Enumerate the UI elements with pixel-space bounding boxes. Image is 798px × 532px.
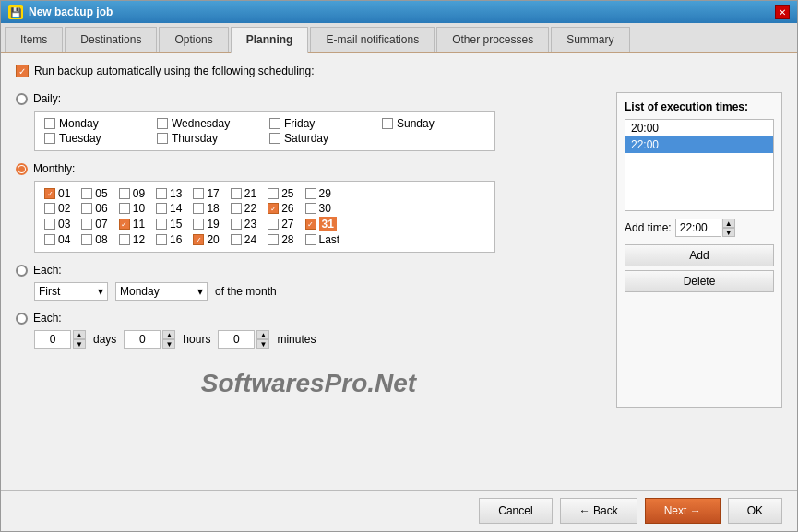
num-17: 17 <box>193 187 219 200</box>
saturday-checkbox[interactable] <box>269 133 280 144</box>
num-08-cb[interactable] <box>81 234 92 245</box>
tab-destinations[interactable]: Destinations <box>65 27 157 52</box>
close-button[interactable]: ✕ <box>775 5 790 19</box>
minutes-spin-up[interactable]: ▲ <box>256 330 269 339</box>
num-08: 08 <box>81 233 107 246</box>
tab-email[interactable]: E-mail notifications <box>310 27 435 52</box>
exec-item-2000[interactable]: 20:00 <box>625 120 773 136</box>
day-monday: Monday <box>44 117 155 130</box>
monthly-label: Monthly: <box>33 162 75 175</box>
num-04-cb[interactable] <box>44 234 55 245</box>
run-backup-checkbox[interactable]: ✓ <box>16 65 29 77</box>
num-21: 21 <box>231 187 256 200</box>
delete-button[interactable]: Delete <box>625 270 774 292</box>
each-radio-row-1: Each: <box>16 264 601 277</box>
footer: Cancel ← Back Next → OK <box>1 490 797 531</box>
day-friday: Friday <box>269 117 380 130</box>
num-22-cb[interactable] <box>231 203 242 214</box>
monday-checkbox[interactable] <box>44 118 55 129</box>
thursday-checkbox[interactable] <box>157 133 168 144</box>
minutes-spinner: 0 ▲ ▼ <box>218 330 269 349</box>
tab-other[interactable]: Other processes <box>436 27 549 52</box>
each-radio-2[interactable] <box>16 313 28 325</box>
exec-item-2200[interactable]: 22:00 <box>625 136 773 153</box>
sunday-checkbox[interactable] <box>382 118 393 129</box>
minutes-input[interactable]: 0 <box>218 330 255 349</box>
tab-planning[interactable]: Planning <box>231 27 309 53</box>
each-section-2: Each: 0 ▲ ▼ days 0 <box>16 312 601 349</box>
daily-radio-row: Daily: <box>16 92 601 105</box>
num-13-cb[interactable] <box>156 188 167 199</box>
num-05-cb[interactable] <box>81 188 92 199</box>
ok-button[interactable]: OK <box>728 498 782 524</box>
monday-select[interactable]: Monday ▾ <box>115 282 208 301</box>
num-23-cb[interactable] <box>231 219 242 230</box>
num-24-cb[interactable] <box>231 234 242 245</box>
days-spinner: 0 ▲ ▼ <box>34 330 86 349</box>
num-18-cb[interactable] <box>193 203 204 214</box>
num-23: 23 <box>231 217 256 231</box>
num-11-cb[interactable]: ✓ <box>119 219 130 230</box>
hours-spin-up[interactable]: ▲ <box>162 330 175 339</box>
each-label-1: Each: <box>33 264 62 277</box>
tab-bar: Items Destinations Options Planning E-ma… <box>1 23 797 53</box>
monthly-radio[interactable] <box>16 163 28 175</box>
hours-spin-down[interactable]: ▼ <box>162 339 175 349</box>
hours-input[interactable]: 0 <box>124 330 161 349</box>
friday-checkbox[interactable] <box>269 118 280 129</box>
num-02-cb[interactable] <box>44 203 55 214</box>
days-spin-up[interactable]: ▲ <box>73 330 86 339</box>
tab-summary[interactable]: Summary <box>551 27 629 52</box>
num-21-cb[interactable] <box>231 188 242 199</box>
wednesday-checkbox[interactable] <box>157 118 168 129</box>
time-spin-up[interactable]: ▲ <box>722 219 735 228</box>
each-row-2: 0 ▲ ▼ days 0 ▲ ▼ <box>34 330 601 349</box>
num-16-cb[interactable] <box>156 234 167 245</box>
num-14-cb[interactable] <box>156 203 167 214</box>
num-04: 04 <box>44 233 70 246</box>
num-06-cb[interactable] <box>81 203 92 214</box>
next-button[interactable]: Next → <box>645 498 721 524</box>
num-27-cb[interactable] <box>268 219 279 230</box>
first-select[interactable]: First ▾ <box>34 282 108 301</box>
monthly-box: ✓01 05 09 13 17 21 25 29 02 06 <box>34 181 495 253</box>
num-01-cb[interactable]: ✓ <box>44 188 55 199</box>
num-30-cb[interactable] <box>305 203 316 214</box>
num-01: ✓01 <box>44 187 70 200</box>
first-chevron-icon: ▾ <box>98 285 103 298</box>
add-button[interactable]: Add <box>625 244 774 266</box>
num-15-cb[interactable] <box>156 219 167 230</box>
num-last-cb[interactable] <box>305 234 316 245</box>
num-31: ✓31 <box>305 217 337 231</box>
days-input[interactable]: 0 <box>34 330 71 349</box>
num-31-cb[interactable]: ✓ <box>305 219 316 230</box>
num-17-cb[interactable] <box>193 188 204 199</box>
num-03-cb[interactable] <box>44 219 55 230</box>
num-19: 19 <box>193 217 219 231</box>
num-26-cb[interactable]: ✓ <box>268 203 279 214</box>
tab-items[interactable]: Items <box>5 27 63 52</box>
num-25-cb[interactable] <box>268 188 279 199</box>
day-wednesday: Wednesday <box>157 117 268 130</box>
daily-radio[interactable] <box>16 93 28 105</box>
minutes-spin-down[interactable]: ▼ <box>256 339 269 349</box>
each-radio-1[interactable] <box>16 265 28 277</box>
num-29-cb[interactable] <box>305 188 316 199</box>
time-spin-down[interactable]: ▼ <box>722 228 735 237</box>
tab-options[interactable]: Options <box>159 27 228 52</box>
num-20-cb[interactable]: ✓ <box>193 234 204 245</box>
days-spin-down[interactable]: ▼ <box>73 339 86 349</box>
num-06: 06 <box>81 202 107 215</box>
cancel-button[interactable]: Cancel <box>479 498 552 524</box>
back-button[interactable]: ← Back <box>560 498 637 524</box>
num-10-cb[interactable] <box>119 203 130 214</box>
num-28-cb[interactable] <box>268 234 279 245</box>
tuesday-checkbox[interactable] <box>44 133 55 144</box>
monthly-row-3: 03 07 ✓11 15 19 23 27 ✓31 <box>44 217 485 231</box>
num-12-cb[interactable] <box>119 234 130 245</box>
num-07-cb[interactable] <box>81 219 92 230</box>
num-09-cb[interactable] <box>119 188 130 199</box>
time-input[interactable]: 22:00 <box>675 219 721 237</box>
num-03: 03 <box>44 217 70 231</box>
num-19-cb[interactable] <box>193 219 204 230</box>
